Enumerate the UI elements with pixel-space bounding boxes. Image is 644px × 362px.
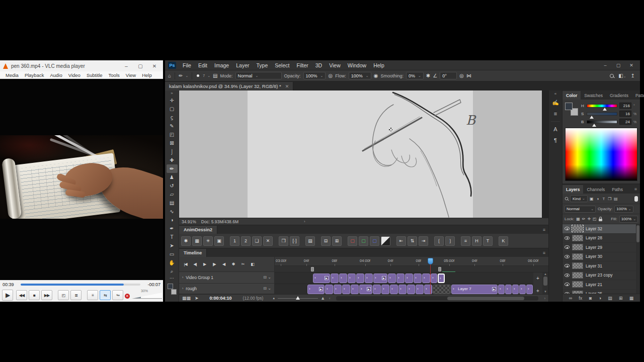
vlc-shuffle-button[interactable]: ↬ [112, 290, 123, 300]
selected-clip[interactable]: › [438, 274, 445, 283]
paragraph-panel-icon[interactable]: ¶ [550, 135, 561, 145]
rectangle-tool[interactable]: ▭ [167, 250, 178, 258]
split-clip-button[interactable]: ✂ [238, 260, 247, 268]
filter-smart-object-icon[interactable]: ▤ [613, 197, 618, 201]
layer-visibility-eye-icon[interactable] [565, 255, 570, 258]
new-group-icon[interactable]: ▤ [608, 296, 612, 301]
hsb-slider-track[interactable] [587, 112, 617, 116]
frame-clip[interactable]: › [498, 285, 505, 294]
status-options-icon[interactable]: › [304, 219, 305, 224]
layer-row[interactable]: Layer 30 [562, 252, 640, 262]
pressure-size-icon[interactable]: ◎ [459, 73, 464, 78]
lock-pixels-icon[interactable]: ✏ [582, 217, 586, 221]
tool-presets-icon[interactable]: ≡ [550, 109, 561, 119]
vlc-menu-playback[interactable]: Playback [22, 72, 47, 78]
layer-row[interactable]: Layer 29 [562, 243, 640, 252]
playhead[interactable] [428, 258, 433, 264]
zoom-in-icon[interactable]: ▲ [320, 296, 325, 301]
layer-row[interactable]: Layer 21 [562, 280, 640, 290]
hsb-slider-track[interactable] [587, 104, 617, 108]
layer-row[interactable]: Layer 32 [562, 224, 640, 234]
spot-healing-tool[interactable]: ✚ [167, 156, 178, 164]
vlc-stop-button[interactable]: ■ [29, 290, 40, 300]
work-area-start-marker[interactable] [311, 267, 314, 272]
timeline-zoom-slider[interactable]: ▲ ▲ [272, 296, 325, 301]
frame-clip[interactable]: ›Layer 7▶ [451, 285, 498, 294]
frame-clip[interactable]: › [339, 274, 347, 283]
flow-select[interactable]: 100%⌄ [349, 72, 371, 79]
fill-select[interactable]: 100%⌄ [619, 216, 638, 223]
track-options-icons[interactable]: ⊟ ⌄ [263, 286, 271, 291]
green-pencil-button[interactable]: ▢ [359, 236, 368, 246]
layers-tab-channels[interactable]: Channels [583, 185, 608, 194]
frame-clip[interactable]: › [348, 274, 356, 283]
vlc-menu-view[interactable]: View [123, 72, 138, 78]
path-selection-tool[interactable]: ➤ [167, 241, 178, 250]
add-media-button[interactable]: + [536, 288, 539, 294]
layer-thumbnail[interactable] [572, 262, 583, 269]
frame-clip[interactable]: › [396, 274, 405, 283]
airbrush-icon[interactable]: ◉ [374, 73, 378, 78]
lock-position-icon[interactable]: ✛ [587, 217, 591, 221]
hsb-slider-thumb[interactable] [592, 124, 596, 127]
vlc-play-button[interactable]: ▶ [2, 290, 13, 301]
color-swatch-stack[interactable] [167, 284, 177, 295]
frame-clip[interactable]: › [424, 285, 432, 294]
track-twisty-icon[interactable]: › [182, 287, 183, 290]
increase-exposure-button[interactable]: ⊞ [332, 236, 342, 246]
layers-menu-icon[interactable]: ≡ [634, 187, 637, 192]
symmetry-icon[interactable]: ⋈ [466, 73, 471, 78]
crop-tool[interactable]: ◰ [167, 130, 178, 139]
hsb-value-field[interactable]: 216 [619, 103, 631, 109]
ps-menu-type[interactable]: Type [253, 62, 271, 68]
layers-tab-layers[interactable]: Layers [562, 185, 583, 194]
next-drawing-button[interactable]: ⇥ [419, 236, 428, 246]
ps-menu-layer[interactable]: Layer [232, 62, 253, 68]
layer-visibility-eye-icon[interactable] [565, 264, 570, 267]
status-zoom-level[interactable]: 34.91% [182, 219, 196, 224]
frame-clip[interactable]: › [512, 285, 519, 294]
layer-effects-icon[interactable]: fx [579, 296, 582, 301]
vlc-menu-help[interactable]: Help [139, 72, 154, 78]
ps-menu-window[interactable]: Window [344, 62, 370, 68]
vlc-menu-tools[interactable]: Tools [106, 72, 122, 78]
eraser-tool[interactable]: ▱ [167, 190, 178, 199]
layer-filter-toggle[interactable] [634, 196, 638, 202]
frame-clip[interactable]: ›▶ [359, 285, 372, 294]
red-pencil-button[interactable]: ▢ [348, 236, 357, 246]
ps-menu-image[interactable]: Image [211, 62, 232, 68]
dodge-tool[interactable]: ◑ [167, 216, 178, 224]
history-brush-tool[interactable]: ↺ [167, 182, 178, 190]
timeline-ruler[interactable]: 03:00f04f08f04:00f04f08f05:00f04f08f06:0… [275, 257, 548, 266]
timeline-menu-icon[interactable]: ≡ [543, 250, 545, 255]
vlc-mute-icon[interactable]: ✕ [125, 294, 130, 299]
ps-menu-3d[interactable]: 3D [312, 62, 326, 68]
invert-colors-button[interactable]: ◩ [381, 236, 390, 246]
pen-tool[interactable]: ✒ [167, 224, 178, 233]
frame-clip[interactable]: ›▶ [313, 274, 330, 283]
layer-mask-icon[interactable]: ◙ [589, 296, 592, 301]
filter-shape-icon[interactable]: ❒ [607, 197, 612, 201]
frame-clip[interactable]: › [431, 274, 437, 283]
hand-tool[interactable]: ✋ [167, 258, 178, 267]
color-tab-gradients[interactable]: Gradients [606, 91, 632, 100]
frame-clip[interactable]: › [398, 285, 407, 294]
zoom-tool[interactable]: ⌕ [167, 267, 178, 276]
home-icon[interactable]: ⌂ [168, 73, 171, 78]
timeline-tracks-area[interactable]: 03:00f04f08f04:00f04f08f05:00f04f08f06:0… [275, 257, 548, 294]
layer-visibility-eye-icon[interactable] [565, 236, 570, 240]
frame-clip[interactable]: › [342, 285, 350, 294]
smoothing-select[interactable]: 0%⌄ [406, 72, 424, 79]
vlc-extended-settings-button[interactable]: ≣ [70, 290, 82, 300]
duplicate-drawing-button[interactable]: ❏ [252, 236, 262, 246]
previous-drawing-button[interactable]: ⇤ [396, 236, 406, 246]
canvas-area[interactable]: B [179, 90, 548, 218]
vlc-menu-media[interactable]: Media [3, 72, 21, 78]
ps-maximize-button[interactable]: ▢ [612, 63, 625, 68]
frame-clip[interactable]: › [526, 285, 533, 294]
new-animation-button[interactable]: ✳ [203, 236, 213, 246]
background-color-swatch[interactable] [171, 289, 177, 295]
transparent-clip[interactable] [433, 285, 451, 294]
vlc-maximize-button[interactable]: ▢ [135, 63, 146, 69]
mute-audio-button[interactable]: ◀ [219, 260, 228, 268]
